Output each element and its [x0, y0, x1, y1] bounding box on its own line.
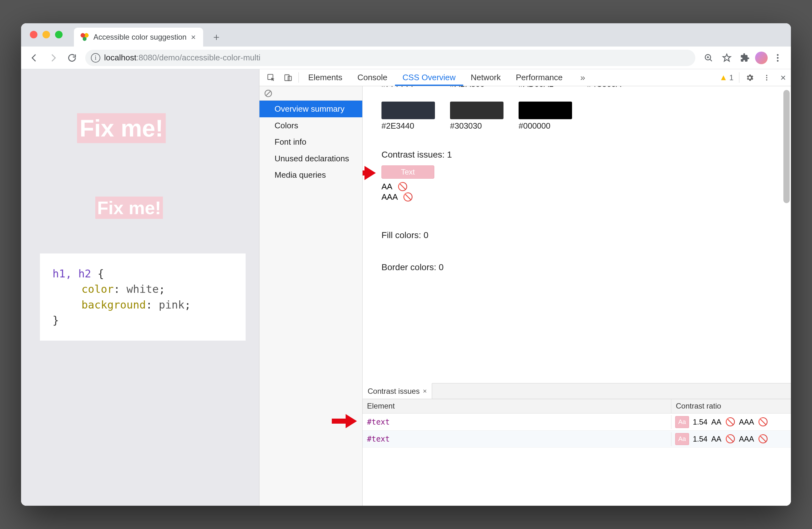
- browser-tab[interactable]: Accessible color suggestion ×: [74, 28, 203, 46]
- address-bar[interactable]: i localhost:8080/demo/accessible-color-m…: [85, 50, 695, 66]
- contrast-issue-chip[interactable]: Text: [381, 166, 434, 178]
- fail-icon: 🚫: [725, 434, 735, 444]
- tab-css-overview[interactable]: CSS Overview: [395, 69, 463, 86]
- tab-title: Accessible color suggestion: [93, 33, 187, 42]
- swatch-label: #AD00A1: [519, 86, 572, 89]
- annotation-arrow-icon: [363, 163, 376, 182]
- svg-point-3: [777, 60, 778, 61]
- zoom-icon[interactable]: [700, 50, 717, 66]
- color-swatch[interactable]: #ABA800: [450, 86, 504, 89]
- devtools-menu-icon[interactable]: [758, 69, 775, 86]
- header-contrast-ratio[interactable]: Contrast ratio: [671, 399, 791, 413]
- tab-close-button[interactable]: ×: [191, 32, 195, 42]
- profile-avatar[interactable]: [755, 52, 768, 64]
- devtools-pane: Elements Console CSS Overview Network Pe…: [259, 69, 791, 506]
- tab-console[interactable]: Console: [350, 69, 395, 86]
- contrast-issues-title: Contrast issues: 1: [381, 150, 791, 160]
- swatch-label: #2E3440: [381, 121, 435, 131]
- color-swatch[interactable]: #2E3440: [381, 102, 435, 131]
- aaa-label: AAA: [739, 418, 754, 427]
- traffic-lights: [30, 31, 62, 38]
- swatch-row-1: #FFFFFF #ABA800 #AD00A1: [381, 86, 791, 89]
- fill-colors-title: Fill colors: 0: [381, 230, 791, 240]
- scrollbar-thumb[interactable]: [783, 90, 790, 203]
- issues-tab-close-icon[interactable]: ×: [423, 387, 427, 395]
- issues-rows: #text Aa 1.54 AA 🚫 AAA 🚫: [363, 414, 791, 506]
- devtools-close-button[interactable]: ×: [775, 69, 791, 86]
- tab-performance[interactable]: Performance: [508, 69, 570, 86]
- site-info-icon[interactable]: i: [91, 53, 100, 62]
- code-prop-1: color: [82, 283, 114, 295]
- color-swatch[interactable]: #4C566A: [587, 86, 641, 89]
- issue-row[interactable]: #text Aa 1.54 AA 🚫 AAA 🚫: [363, 431, 791, 447]
- issues-headers: Element Contrast ratio: [363, 399, 791, 414]
- inspect-element-icon[interactable]: [263, 69, 279, 86]
- tab-elements[interactable]: Elements: [301, 69, 350, 86]
- clear-overview-icon[interactable]: [259, 86, 362, 101]
- svg-point-8: [766, 77, 767, 78]
- svg-rect-6: [288, 76, 291, 81]
- url-host: localhost: [104, 53, 136, 62]
- rendered-page: Fix me! Fix me! h1, h2 { color: white; b…: [21, 69, 259, 506]
- warning-count: 1: [729, 73, 734, 82]
- issues-tab[interactable]: Contrast issues ×: [363, 383, 432, 399]
- window-minimize-button[interactable]: [42, 31, 50, 38]
- bookmark-icon[interactable]: [719, 50, 735, 66]
- code-brace-open: {: [91, 267, 104, 280]
- issue-element: #text: [363, 432, 671, 446]
- forward-button[interactable]: [45, 50, 61, 66]
- browser-toolbar: i localhost:8080/demo/accessible-color-m…: [21, 46, 791, 69]
- more-tabs-icon[interactable]: »: [570, 69, 587, 86]
- color-swatch[interactable]: #FFFFFF: [381, 86, 435, 89]
- devtools-tabs: Elements Console CSS Overview Network Pe…: [259, 69, 791, 86]
- tab-network[interactable]: Network: [463, 69, 508, 86]
- browser-menu-button[interactable]: [770, 50, 786, 66]
- contrast-swatch-icon: Aa: [675, 416, 689, 428]
- css-overview-scroll[interactable]: #FFFFFF #ABA800 #AD00A1: [363, 86, 791, 383]
- new-tab-button[interactable]: ＋: [209, 30, 224, 45]
- browser-window: Accessible color suggestion × ＋ i localh…: [21, 23, 791, 506]
- sidebar-item-font-info[interactable]: Font info: [259, 134, 362, 150]
- reload-button[interactable]: [64, 50, 80, 66]
- header-element[interactable]: Element: [363, 399, 671, 413]
- sidebar-item-media-queries[interactable]: Media queries: [259, 167, 362, 183]
- fail-icon: 🚫: [397, 182, 408, 191]
- color-swatch[interactable]: #303030: [450, 102, 504, 131]
- svg-point-2: [777, 57, 778, 58]
- contrast-swatch-icon: Aa: [675, 433, 689, 445]
- swatch-label: #ABA800: [450, 86, 504, 89]
- aa-label: AA: [711, 418, 722, 427]
- devtools-settings-icon[interactable]: [741, 69, 758, 86]
- contrast-issues-panel: Contrast issues × Element Contrast ratio…: [363, 383, 791, 506]
- window-close-button[interactable]: [30, 31, 38, 38]
- extensions-icon[interactable]: [737, 50, 753, 66]
- url-path: /demo/accessible-color-multi: [157, 53, 260, 62]
- content-region: Fix me! Fix me! h1, h2 { color: white; b…: [21, 69, 791, 506]
- titlebar: Accessible color suggestion × ＋: [21, 23, 791, 46]
- window-zoom-button[interactable]: [55, 31, 62, 38]
- css-overview-main: #FFFFFF #ABA800 #AD00A1: [363, 86, 791, 506]
- code-prop-2: background: [82, 299, 146, 311]
- warning-icon: ▲: [719, 73, 727, 82]
- css-overview-sidebar: Overview summary Colors Font info Unused…: [259, 86, 363, 506]
- toggle-device-icon[interactable]: [279, 69, 296, 86]
- sidebar-item-overview-summary[interactable]: Overview summary: [259, 101, 362, 117]
- back-button[interactable]: [26, 50, 42, 66]
- sidebar-item-unused-declarations[interactable]: Unused declarations: [259, 150, 362, 167]
- code-block: h1, h2 { color: white; background: pink;…: [40, 254, 246, 341]
- sidebar-item-colors[interactable]: Colors: [259, 117, 362, 134]
- color-swatch[interactable]: #000000: [519, 102, 572, 131]
- page-heading-1: Fix me!: [77, 113, 166, 143]
- swatch-row-2: #2E3440 #303030 #000000: [381, 102, 791, 131]
- toolbar-right: [700, 50, 786, 66]
- contrast-ratio-value: 1.54: [693, 435, 708, 443]
- issue-element: #text: [363, 415, 671, 429]
- issues-counter[interactable]: ▲ 1: [715, 69, 737, 86]
- svg-point-9: [766, 79, 767, 81]
- url-port: :8080: [136, 53, 157, 62]
- code-val-2: pink: [159, 299, 185, 311]
- color-swatch[interactable]: #AD00A1: [519, 86, 572, 89]
- code-selector: h1, h2: [53, 267, 91, 280]
- border-colors-title: Border colors: 0: [381, 262, 791, 272]
- issue-row[interactable]: #text Aa 1.54 AA 🚫 AAA 🚫: [363, 414, 791, 431]
